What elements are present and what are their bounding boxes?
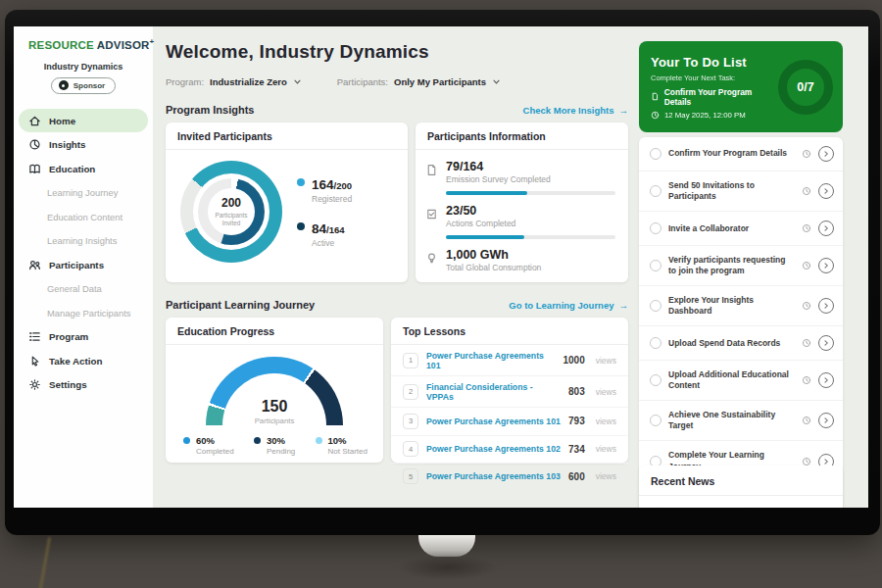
education-legend: 60% Completed 30% Pending bbox=[166, 425, 383, 456]
section-title: Program Insights bbox=[166, 104, 254, 116]
sidebar-item-home[interactable]: Home bbox=[19, 109, 148, 133]
emission-survey-row: 79/164 Emission Survey Completed bbox=[425, 160, 615, 184]
section-title: Participant Learning Journey bbox=[166, 299, 315, 311]
checkbox[interactable] bbox=[650, 300, 662, 312]
rank-badge: 4 bbox=[403, 441, 418, 457]
card-title: Invited Participants bbox=[166, 122, 408, 150]
sidebar-menu: Home Insights Education Learning Journey bbox=[14, 109, 153, 397]
chevron-right-button[interactable] bbox=[818, 220, 834, 236]
sidebar-item-insights[interactable]: Insights bbox=[14, 132, 153, 157]
todo-subtitle: Complete Your Next Task: bbox=[651, 74, 778, 82]
desk-photo-background: RESOURCEADVISOR+ Industry Dynamics Spons… bbox=[0, 0, 882, 588]
survey-icon bbox=[425, 164, 438, 176]
participants-icon bbox=[28, 259, 41, 271]
sidebar-item-general-data[interactable]: General Data bbox=[14, 276, 153, 301]
checkbox[interactable] bbox=[650, 374, 662, 386]
card-title: Top Lessons bbox=[391, 318, 628, 345]
invited-participants-body: 200 Participants Invited 164/200 Registe… bbox=[166, 150, 408, 263]
task-send-invitations[interactable]: Send 50 Invitations to Participants bbox=[639, 172, 843, 212]
donut-center-label: Participants Invited bbox=[210, 212, 253, 227]
clock-icon bbox=[802, 301, 811, 311]
registered-dot-icon bbox=[297, 178, 305, 186]
lesson-link[interactable]: Financial Considerations - VPPAs bbox=[426, 382, 561, 402]
task-confirm-program-details[interactable]: Confirm Your Program Details bbox=[639, 137, 843, 172]
education-gauge-chart: 150 Participants bbox=[206, 357, 343, 425]
learning-journey-header: Participant Learning Journey Go to Learn… bbox=[166, 299, 628, 311]
sidebar-item-participants[interactable]: Participants bbox=[14, 253, 153, 277]
lesson-link[interactable]: Power Purchase Agreements 101 bbox=[426, 416, 561, 426]
task-upload-educational-content[interactable]: Upload Additional Educational Content bbox=[639, 361, 843, 401]
participants-label: Participants: bbox=[337, 76, 388, 87]
invited-legend: 164/200 Registered 84/164 Active bbox=[297, 175, 352, 248]
filters-row: Program: Industrialize Zero Participants… bbox=[166, 76, 628, 87]
invited-participants-card: Invited Participants 200 Participants In… bbox=[166, 122, 408, 282]
chevron-right-button[interactable] bbox=[818, 258, 834, 273]
sidebar-item-learning-journey[interactable]: Learning Journey bbox=[14, 180, 153, 205]
task-upload-spend-data[interactable]: Upload Spend Data Records bbox=[639, 326, 843, 361]
lesson-link[interactable]: Power Purchase Agreements 101 bbox=[426, 351, 555, 370]
go-to-learning-journey-link[interactable]: Go to Learning Journey→ bbox=[509, 300, 628, 311]
lesson-link[interactable]: Power Purchase Agreements 103 bbox=[426, 471, 561, 481]
checkbox[interactable] bbox=[650, 185, 662, 197]
monitor-stand-shadow bbox=[397, 555, 499, 580]
app-logo: RESOURCEADVISOR+ bbox=[14, 26, 153, 51]
task-explore-insights[interactable]: Explore Your Insights Dashboard bbox=[639, 286, 843, 326]
rank-badge: 5 bbox=[403, 468, 418, 484]
clock-icon bbox=[802, 261, 811, 270]
arrow-right-icon: → bbox=[619, 105, 629, 116]
todo-due: 12 May 2025, 12:00 PM bbox=[651, 111, 778, 120]
rank-badge: 3 bbox=[403, 414, 418, 429]
gauge-center-label: Participants bbox=[206, 416, 343, 425]
chevron-right-button[interactable] bbox=[818, 335, 834, 351]
todo-title: Your To Do List bbox=[651, 55, 778, 70]
sponsor-badge-icon bbox=[59, 80, 69, 90]
legend-active: 84/164 Active bbox=[297, 220, 352, 248]
rank-badge: 2 bbox=[403, 384, 418, 400]
emission-survey-progressbar bbox=[446, 191, 615, 195]
clock-icon bbox=[802, 149, 811, 159]
task-achieve-sustainability-target[interactable]: Achieve One Sustainability Target bbox=[639, 401, 843, 441]
program-dropdown[interactable]: Program: Industrialize Zero bbox=[166, 76, 302, 87]
sidebar-item-education[interactable]: Education bbox=[14, 157, 153, 181]
legend-not-started: 10% Not Started bbox=[316, 435, 368, 456]
clock-icon bbox=[802, 416, 811, 425]
sidebar-item-education-content[interactable]: Education Content bbox=[14, 205, 153, 229]
checkbox[interactable] bbox=[650, 260, 662, 271]
donut-center-value: 200 bbox=[221, 196, 241, 210]
task-verify-participants[interactable]: Verify participants requesting to join t… bbox=[639, 246, 843, 286]
participants-information-card: Participants Information 79/164 Emission… bbox=[416, 122, 628, 282]
lesson-row: 5 Power Purchase Agreements 103 600views bbox=[391, 464, 628, 490]
chevron-right-button[interactable] bbox=[818, 413, 834, 428]
chevron-right-button[interactable] bbox=[818, 146, 834, 162]
sidebar-item-program[interactable]: Program bbox=[14, 324, 153, 349]
completed-dot-icon bbox=[183, 437, 190, 444]
checkbox[interactable] bbox=[650, 222, 662, 234]
sidebar-item-manage-participants[interactable]: Manage Participants bbox=[14, 301, 153, 325]
insights-icon bbox=[28, 138, 41, 151]
task-invite-collaborator[interactable]: Invite a Collaborator bbox=[639, 212, 843, 246]
todo-task-list: Confirm Your Program Details Send 50 Inv… bbox=[639, 137, 843, 508]
main-content: Welcome, Industry Dynamics Program: Indu… bbox=[153, 26, 632, 508]
legend-completed: 60% Completed bbox=[183, 435, 234, 456]
actions-icon bbox=[425, 208, 438, 220]
sidebar-item-take-action[interactable]: Take Action bbox=[14, 349, 153, 373]
sidebar-item-learning-insights[interactable]: Learning Insights bbox=[14, 228, 153, 253]
sidebar-item-settings[interactable]: Settings bbox=[14, 372, 153, 397]
checkbox[interactable] bbox=[650, 415, 662, 426]
home-icon bbox=[28, 115, 41, 127]
chevron-down-icon bbox=[293, 77, 302, 86]
checkbox[interactable] bbox=[650, 337, 662, 349]
clock-icon bbox=[651, 111, 660, 120]
program-value: Industrialize Zero bbox=[210, 76, 287, 87]
check-more-insights-link[interactable]: Check More Insights→ bbox=[523, 105, 628, 116]
chevron-right-button[interactable] bbox=[818, 183, 834, 199]
take-action-icon bbox=[28, 355, 41, 368]
global-consumption-row: 1,000 GWh Total Global Consumption bbox=[425, 248, 615, 272]
task-icon bbox=[651, 92, 660, 101]
todo-progress-ring: 0/7 bbox=[778, 60, 833, 115]
participants-dropdown[interactable]: Participants: Only My Participants bbox=[337, 76, 501, 87]
chevron-right-button[interactable] bbox=[818, 372, 834, 388]
lesson-link[interactable]: Power Purchase Agreements 102 bbox=[426, 444, 561, 454]
checkbox[interactable] bbox=[650, 148, 662, 160]
chevron-right-button[interactable] bbox=[818, 298, 834, 314]
